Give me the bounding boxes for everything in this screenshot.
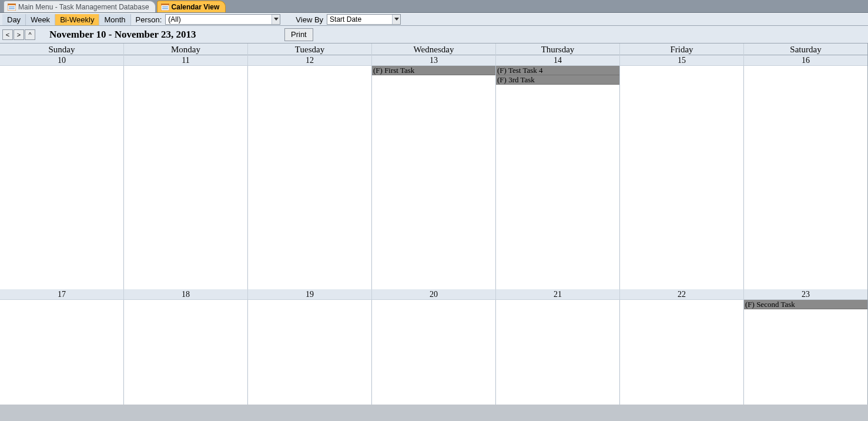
svg-rect-1 [8, 4, 16, 5]
date-range-label: November 10 - November 23, 2013 [49, 29, 196, 41]
svg-rect-3 [9, 8, 15, 9]
person-label: Person: [131, 15, 166, 24]
viewby-combo[interactable]: Start Date [327, 14, 401, 25]
day-cell[interactable]: (F) First Task [372, 66, 496, 289]
day-name: Saturday [744, 44, 868, 55]
view-biweekly-button[interactable]: Bi-Weekly [55, 14, 99, 25]
print-button[interactable]: Print [284, 28, 313, 41]
chevron-down-icon [272, 15, 280, 24]
next-button[interactable]: > [14, 29, 24, 40]
day-cell[interactable] [496, 300, 620, 405]
day-cell[interactable] [620, 66, 744, 289]
calendar-header: < > ^ November 10 - November 23, 2013 Pr… [0, 26, 868, 44]
date-number: 13 [372, 55, 496, 66]
tab-label: Calendar View [172, 3, 220, 11]
day-cell[interactable] [248, 300, 372, 405]
day-cell[interactable] [0, 300, 124, 405]
day-name: Thursday [496, 44, 620, 55]
form-icon [8, 4, 16, 11]
viewby-combo-value: Start Date [327, 15, 392, 24]
date-number: 18 [124, 289, 248, 300]
svg-marker-9 [394, 18, 399, 21]
svg-rect-6 [162, 6, 168, 8]
view-toolbar: Day Week Bi-Weekly Month Person: (All) V… [0, 13, 868, 26]
day-name: Friday [620, 44, 744, 55]
date-number: 14 [496, 55, 620, 66]
tab-label: Main Menu - Task Management Database [18, 3, 149, 11]
view-day-button[interactable]: Day [2, 14, 26, 25]
up-button[interactable]: ^ [25, 29, 35, 40]
date-number: 23 [744, 289, 868, 300]
person-combo-value: (All) [166, 15, 272, 24]
date-number: 19 [248, 289, 372, 300]
day-cell[interactable] [372, 300, 496, 405]
form-icon [161, 4, 169, 11]
date-number: 10 [0, 55, 124, 66]
week-row: 17 18 19 20 21 22 23 (F) Second Task [0, 289, 868, 405]
svg-rect-5 [161, 4, 169, 5]
week-row: 10 11 12 13 14 15 16 (F) First Task (F) … [0, 55, 868, 289]
date-number: 20 [372, 289, 496, 300]
date-number-row: 10 11 12 13 14 15 16 [0, 55, 868, 66]
day-name: Tuesday [248, 44, 372, 55]
date-number: 15 [620, 55, 744, 66]
cells-row: (F) Second Task [0, 300, 868, 405]
person-combo[interactable]: (All) [165, 14, 280, 25]
day-cell[interactable] [248, 66, 372, 289]
task-item[interactable]: (F) Test Task 4 [496, 66, 619, 75]
day-name: Wednesday [372, 44, 496, 55]
tab-calendar-view[interactable]: Calendar View [157, 1, 226, 12]
day-cell[interactable]: (F) Second Task [744, 300, 868, 405]
day-cell[interactable] [124, 300, 248, 405]
date-number-row: 17 18 19 20 21 22 23 [0, 289, 868, 300]
day-name: Sunday [0, 44, 124, 55]
day-cell[interactable] [124, 66, 248, 289]
date-number: 22 [620, 289, 744, 300]
viewby-label: View By [291, 15, 327, 24]
svg-marker-8 [274, 18, 279, 21]
view-week-button[interactable]: Week [26, 14, 55, 25]
date-number: 11 [124, 55, 248, 66]
task-item[interactable]: (F) Second Task [744, 300, 867, 309]
svg-rect-2 [9, 6, 15, 8]
svg-rect-7 [162, 8, 168, 9]
day-cell[interactable] [744, 66, 868, 289]
view-month-button[interactable]: Month [99, 14, 130, 25]
date-number: 16 [744, 55, 868, 66]
prev-button[interactable]: < [2, 29, 13, 40]
tab-bar: Main Menu - Task Management Database Cal… [0, 0, 868, 13]
date-number: 21 [496, 289, 620, 300]
date-number: 12 [248, 55, 372, 66]
tab-main-menu[interactable]: Main Menu - Task Management Database [4, 1, 156, 12]
task-item[interactable]: (F) 3rd Task [496, 75, 619, 85]
day-names-row: Sunday Monday Tuesday Wednesday Thursday… [0, 44, 868, 55]
day-name: Monday [124, 44, 248, 55]
day-cell[interactable] [620, 300, 744, 405]
task-item[interactable]: (F) First Task [372, 66, 495, 75]
day-cell[interactable] [0, 66, 124, 289]
nav-buttons: < > ^ [2, 29, 35, 40]
day-cell[interactable]: (F) Test Task 4 (F) 3rd Task [496, 66, 620, 289]
chevron-down-icon [392, 15, 400, 24]
date-number: 17 [0, 289, 124, 300]
cells-row: (F) First Task (F) Test Task 4 (F) 3rd T… [0, 66, 868, 289]
